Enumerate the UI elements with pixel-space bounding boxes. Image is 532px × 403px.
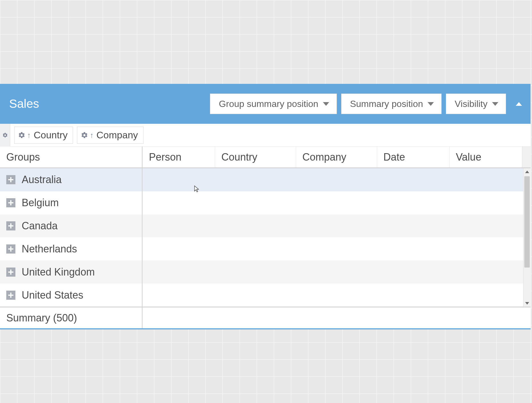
group-cell[interactable]: Netherlands: [0, 237, 143, 260]
group-row-belgium[interactable]: Belgium: [0, 191, 523, 214]
group-label: United States: [22, 289, 83, 301]
collapse-panel-icon[interactable]: [516, 102, 522, 106]
group-row-rest: [143, 283, 523, 307]
group-label: Australia: [22, 174, 62, 186]
groupby-bar: ↑ Country ↑ Company: [0, 124, 531, 147]
group-label: Canada: [22, 220, 58, 232]
summary-position-dropdown[interactable]: Summary position: [341, 94, 442, 114]
grid-body: Australia Belgium Canada: [0, 168, 531, 307]
expand-icon[interactable]: [6, 268, 15, 277]
column-header-value[interactable]: Value: [450, 147, 522, 167]
group-cell[interactable]: United Kingdom: [0, 260, 143, 283]
rows-area: Australia Belgium Canada: [0, 168, 523, 307]
panel-title: Sales: [9, 97, 39, 111]
group-row-rest: [143, 237, 523, 260]
sales-panel: Sales Group summary position Summary pos…: [0, 84, 531, 329]
group-row-rest: [143, 214, 523, 238]
group-cell[interactable]: Australia: [0, 168, 143, 191]
summary-label: Summary (500): [0, 307, 143, 328]
column-header-company[interactable]: Company: [296, 147, 377, 167]
chevron-down-icon: [492, 102, 498, 106]
summary-rest: [143, 307, 531, 328]
groupby-settings-button[interactable]: [0, 124, 10, 147]
chevron-down-icon: [428, 102, 434, 106]
scroll-thumb[interactable]: [524, 176, 530, 268]
column-header-country[interactable]: Country: [215, 147, 296, 167]
group-summary-position-dropdown[interactable]: Group summary position: [210, 94, 337, 114]
dropdown-label: Group summary position: [219, 99, 318, 109]
group-label: Netherlands: [22, 243, 77, 255]
column-header-date[interactable]: Date: [377, 147, 450, 167]
group-cell[interactable]: Canada: [0, 214, 143, 238]
scrollbar-header-spacer: [522, 147, 531, 167]
group-label: Belgium: [22, 197, 59, 209]
gear-icon: [81, 131, 88, 139]
chip-label: Company: [96, 129, 138, 141]
gear-icon: [18, 131, 25, 139]
group-cell[interactable]: Belgium: [0, 191, 143, 214]
expand-icon[interactable]: [6, 175, 15, 184]
chip-label: Country: [34, 129, 68, 141]
expand-icon[interactable]: [6, 198, 15, 207]
chevron-down-icon: [323, 102, 329, 106]
group-row-canada[interactable]: Canada: [0, 214, 523, 238]
chevron-up-icon: [525, 171, 529, 173]
chevron-down-icon: [525, 302, 529, 305]
column-header-groups[interactable]: Groups: [0, 147, 143, 167]
group-row-rest: [143, 260, 523, 283]
group-row-rest: [143, 168, 523, 191]
column-header-person[interactable]: Person: [143, 147, 215, 167]
summary-row: Summary (500): [0, 307, 531, 328]
sort-asc-icon: ↑: [27, 131, 31, 139]
panel-header: Sales Group summary position Summary pos…: [0, 84, 531, 124]
group-label: United Kingdom: [22, 266, 95, 278]
group-row-netherlands[interactable]: Netherlands: [0, 237, 523, 260]
group-row-united-states[interactable]: United States: [0, 283, 523, 307]
groupby-chip-company[interactable]: ↑ Company: [77, 127, 143, 144]
group-row-united-kingdom[interactable]: United Kingdom: [0, 260, 523, 283]
expand-icon[interactable]: [6, 244, 15, 254]
dropdown-label: Visibility: [455, 99, 488, 109]
group-row-australia[interactable]: Australia: [0, 168, 523, 191]
sort-asc-icon: ↑: [90, 131, 94, 139]
visibility-dropdown[interactable]: Visibility: [446, 94, 506, 114]
vertical-scrollbar[interactable]: [523, 168, 531, 307]
dropdown-label: Summary position: [350, 99, 423, 109]
scroll-down-button[interactable]: [523, 300, 531, 307]
group-row-rest: [143, 191, 523, 214]
expand-icon[interactable]: [6, 291, 15, 300]
scroll-up-button[interactable]: [523, 168, 531, 175]
group-cell[interactable]: United States: [0, 283, 143, 307]
expand-icon[interactable]: [6, 221, 15, 230]
gear-icon: [2, 132, 8, 138]
column-headers: Groups Person Country Company Date Value: [0, 147, 531, 168]
groupby-chip-country[interactable]: ↑ Country: [14, 127, 73, 144]
